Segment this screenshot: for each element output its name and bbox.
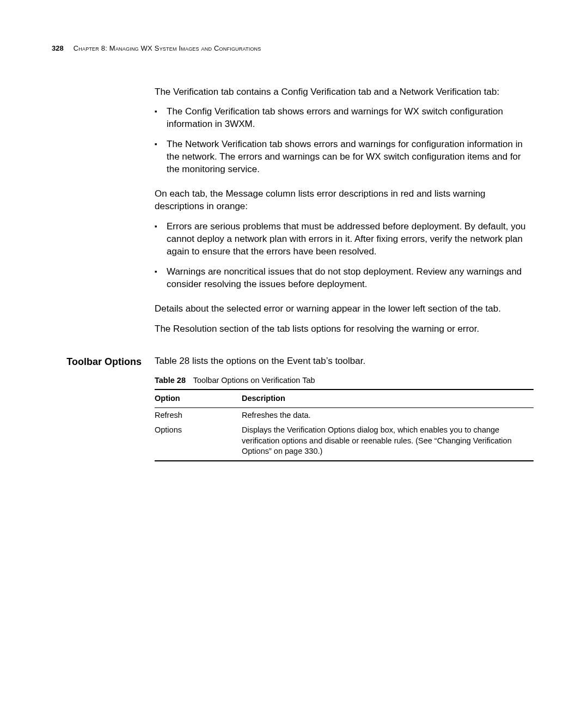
col-header-option: Option [155, 389, 242, 407]
table-row: Refresh Refreshes the data. [155, 407, 534, 423]
list-item: The Network Verification tab shows error… [167, 138, 534, 176]
options-table: Option Description Refresh Refreshes the… [155, 389, 534, 461]
list-item: Warnings are noncritical issues that do … [167, 266, 534, 291]
table-row: Options Displays the Verification Option… [155, 423, 534, 461]
paragraph: The Verification tab contains a Config V… [155, 86, 534, 99]
section-heading: Toolbar Options [66, 356, 142, 367]
list-item: The Config Verification tab shows errors… [167, 106, 534, 131]
table-caption: Table 28 Toolbar Options on Verification… [155, 375, 534, 386]
paragraph: The Resolution section of the tab lists … [155, 323, 534, 336]
table-title: Toolbar Options on Verification Tab [193, 376, 315, 385]
table-label: Table 28 [155, 376, 186, 385]
cell-option: Refresh [155, 407, 242, 423]
cell-option: Options [155, 423, 242, 461]
table-header-row: Option Description [155, 389, 534, 407]
list-item: Errors are serious problems that must be… [167, 221, 534, 258]
page-number: 328 [52, 44, 64, 53]
chapter-title: Chapter 8: Managing WX System Images and… [74, 44, 261, 53]
cell-description: Displays the Verification Options dialog… [242, 423, 534, 461]
paragraph: Details about the selected error or warn… [155, 303, 534, 315]
running-header: 328 Chapter 8: Managing WX System Images… [52, 44, 534, 53]
cell-description: Refreshes the data. [242, 407, 534, 423]
col-header-description: Description [242, 389, 534, 407]
paragraph: Table 28 lists the options on the Event … [155, 355, 534, 368]
paragraph: On each tab, the Message column lists er… [155, 188, 534, 213]
